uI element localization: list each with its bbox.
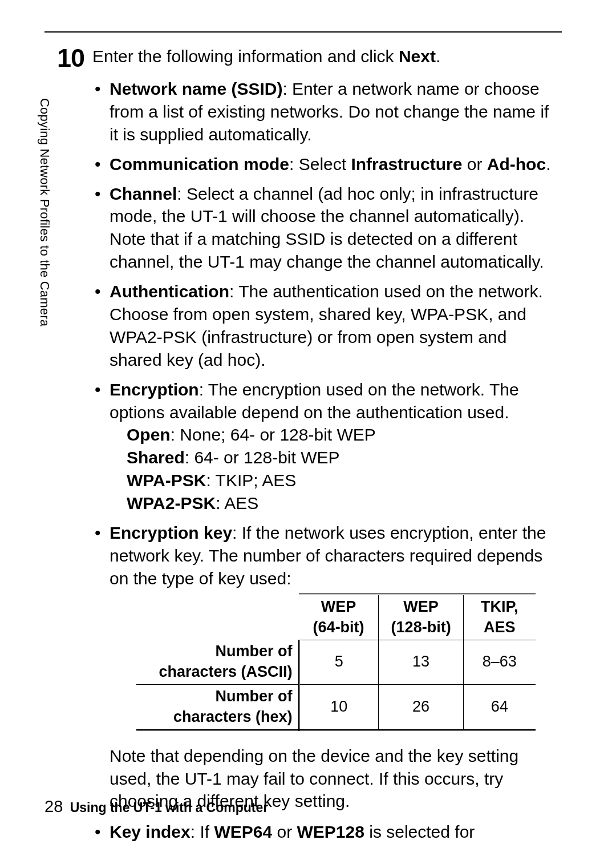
field-list: Network name (SSID): Enter a network nam… <box>92 78 562 848</box>
enc-wpa-t: : TKIP; AES <box>206 471 296 490</box>
side-tab-label: Copying Network Profiles to the Camera <box>37 98 52 326</box>
page-container: Copying Network Profiles to the Camera 1… <box>0 0 616 848</box>
item-comm-mode: Communication mode: Select Infrastructur… <box>92 153 562 176</box>
cell: 8–63 <box>464 640 536 684</box>
comm-label: Communication mode <box>110 155 289 173</box>
enc-wpa2-t: : AES <box>216 494 258 512</box>
comm-pre: : Select <box>289 155 351 173</box>
enc-shared-l: Shared <box>127 448 185 467</box>
footer-text: Using the UT-1 with a Computer <box>70 800 269 815</box>
intro-pre: Enter the following information and clic… <box>92 47 399 66</box>
ki-w128: WEP128 <box>297 822 364 841</box>
enc-wpa2-l: WPA2-PSK <box>127 494 216 512</box>
enc-wpa: WPA-PSK: TKIP; AES <box>127 469 562 492</box>
ki-p1: : If <box>191 822 214 841</box>
page-number: 28 <box>44 797 63 815</box>
cell: 10 <box>299 684 379 730</box>
enc-shared-t: : 64- or 128-bit WEP <box>185 448 340 467</box>
ki-p2: or <box>272 822 297 841</box>
comm-opt2: Ad-hoc <box>487 155 546 173</box>
intro-next-bold: Next <box>399 47 436 66</box>
item-keyindex: Key index: If WEP64 or WEP128 is selecte… <box>92 821 562 848</box>
ki-one: 1 <box>513 845 522 848</box>
enc-open: Open: None; 64- or 128-bit WEP <box>127 423 562 446</box>
enc-label: Encryption <box>110 380 199 399</box>
enckey-label: Encryption key <box>110 523 232 542</box>
enc-shared: Shared: 64- or 128-bit WEP <box>127 446 562 469</box>
table-row: Number of characters (hex) 10 26 64 <box>136 684 536 730</box>
th-tkip-aes: TKIP, AES <box>464 594 536 640</box>
comm-post: . <box>546 155 550 173</box>
cell: 64 <box>464 684 536 730</box>
ssid-label: Network name (SSID) <box>110 79 282 98</box>
item-ssid: Network name (SSID): Enter a network nam… <box>92 78 562 146</box>
item-enckey: Encryption key: If the network uses encr… <box>92 522 562 813</box>
th-blank <box>136 594 299 640</box>
step-body: Enter the following information and clic… <box>92 45 562 848</box>
enc-open-t: : None; 64- or 128-bit WEP <box>171 425 376 444</box>
key-length-table: WEP (64-bit) WEP (128-bit) TKIP, AES Num… <box>136 593 536 731</box>
ki-w64: WEP64 <box>214 822 272 841</box>
step-number: 10 <box>57 45 92 848</box>
th-wep128: WEP (128-bit) <box>379 594 464 640</box>
ki-p3: is selected for <box>364 822 475 841</box>
cell: 26 <box>379 684 464 730</box>
enc-open-l: Open <box>127 425 171 444</box>
step-10: 10 Enter the following information and c… <box>57 45 562 848</box>
table-header-row: WEP (64-bit) WEP (128-bit) TKIP, AES <box>136 594 536 640</box>
intro-post: . <box>436 47 440 66</box>
item-channel: Channel: Select a channel (ad hoc only; … <box>92 183 562 274</box>
cell: 5 <box>299 640 379 684</box>
enc-wpa-l: WPA-PSK <box>127 471 206 490</box>
ki-p4: , choose a key index (the default index … <box>199 845 513 848</box>
top-rule <box>44 31 562 33</box>
step-intro: Enter the following information and clic… <box>92 45 562 67</box>
row-hex-label: Number of characters (hex) <box>136 684 299 730</box>
cell: 13 <box>379 640 464 684</box>
enc-wpa2: WPA2-PSK: AES <box>127 492 562 515</box>
table-row: Number of characters (ASCII) 5 13 8–63 <box>136 640 536 684</box>
channel-label: Channel <box>110 184 177 203</box>
row-ascii-label: Number of characters (ASCII) <box>136 640 299 684</box>
comm-opt1: Infrastructure <box>351 155 462 173</box>
auth-label: Authentication <box>110 282 229 301</box>
keyindex-label: Key index <box>110 822 191 841</box>
th-wep64: WEP (64-bit) <box>299 594 379 640</box>
page-footer: 28 Using the UT-1 with a Computer <box>44 797 268 816</box>
comm-mid: or <box>462 155 487 173</box>
item-auth: Authentication: The authentication used … <box>92 280 562 371</box>
ki-enc: Encryption <box>110 845 199 848</box>
item-encryption: Encryption: The encryption used on the n… <box>92 378 562 515</box>
